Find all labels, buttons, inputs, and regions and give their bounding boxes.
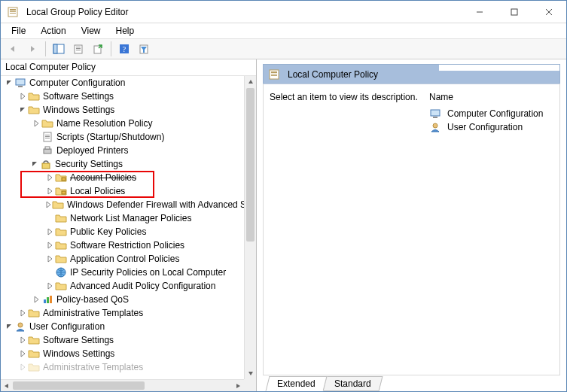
menu-help[interactable]: Help bbox=[110, 24, 141, 38]
scroll-right-icon[interactable] bbox=[232, 380, 244, 391]
tree-node-user-admin[interactable]: Administrative Templates bbox=[16, 360, 244, 374]
scroll-thumb[interactable] bbox=[246, 88, 255, 242]
app-window: Local Group Policy Editor File Action Vi… bbox=[0, 0, 567, 392]
tree-node-user-windows[interactable]: Windows Settings bbox=[16, 347, 244, 360]
expander-closed-icon[interactable] bbox=[44, 226, 55, 237]
expander-open-icon[interactable] bbox=[4, 77, 14, 88]
tree-node-account-policies[interactable]: Account Policies bbox=[43, 171, 244, 184]
expander-closed-icon[interactable] bbox=[17, 348, 28, 359]
console-tree[interactable]: Computer Configuration Software Settings bbox=[1, 76, 244, 379]
svg-rect-1 bbox=[10, 9, 16, 11]
tree-label: Public Key Policies bbox=[70, 226, 146, 237]
policy-icon bbox=[268, 68, 280, 81]
tree-label: Administrative Templates bbox=[43, 362, 143, 372]
tab-extended[interactable]: Extended bbox=[266, 376, 328, 391]
horizontal-scrollbar[interactable] bbox=[1, 379, 244, 391]
menu-view[interactable]: View bbox=[75, 24, 107, 38]
spacer bbox=[44, 213, 55, 223]
tree-node-qos[interactable]: Policy-based QoS bbox=[29, 293, 244, 306]
tree-node-acp[interactable]: Application Control Policies bbox=[43, 252, 244, 266]
scroll-left-icon[interactable] bbox=[1, 380, 13, 391]
tree-node-windows-settings[interactable]: Windows Settings bbox=[16, 103, 244, 117]
expander-open-icon[interactable] bbox=[17, 105, 28, 115]
tree-node-local-policies[interactable]: Local Policies bbox=[43, 184, 244, 198]
scroll-corner bbox=[244, 379, 256, 391]
tree-node-network-list[interactable]: Network List Manager Policies bbox=[43, 211, 244, 225]
expander-open-icon[interactable] bbox=[29, 159, 40, 169]
folder-lock-icon bbox=[55, 172, 67, 184]
column-header-name[interactable]: Name bbox=[429, 92, 553, 102]
expander-closed-icon[interactable] bbox=[31, 294, 41, 305]
expander-closed-icon[interactable] bbox=[17, 362, 28, 372]
back-button[interactable] bbox=[4, 41, 22, 57]
tree-label: Security Settings bbox=[55, 159, 123, 169]
tree-node-computer-configuration[interactable]: Computer Configuration bbox=[2, 76, 244, 90]
tree-node-ipsec[interactable]: IP Security Policies on Local Computer bbox=[43, 266, 244, 279]
tree-node-audit[interactable]: Advanced Audit Policy Configuration bbox=[43, 279, 244, 293]
folder-icon bbox=[28, 90, 40, 102]
svg-rect-39 bbox=[433, 117, 437, 118]
tree-node-scripts[interactable]: Scripts (Startup/Shutdown) bbox=[29, 130, 244, 144]
forward-button[interactable] bbox=[23, 41, 41, 57]
list-item-user-configuration[interactable]: User Configuration bbox=[429, 120, 553, 134]
expander-closed-icon[interactable] bbox=[17, 335, 28, 345]
tree-node-software-settings[interactable]: Software Settings bbox=[16, 90, 244, 103]
maximize-button[interactable] bbox=[497, 1, 532, 23]
tree-label: Computer Configuration bbox=[29, 77, 125, 88]
tree-node-srp[interactable]: Software Restriction Policies bbox=[43, 239, 244, 252]
scroll-thumb[interactable] bbox=[13, 381, 145, 390]
list-item-computer-configuration[interactable]: Computer Configuration bbox=[429, 107, 553, 120]
help-button[interactable]: ? bbox=[115, 41, 133, 57]
spacer bbox=[31, 132, 41, 142]
titlebar: Local Group Policy Editor bbox=[1, 1, 566, 23]
menu-action[interactable]: Action bbox=[35, 24, 72, 38]
tree-node-user-configuration[interactable]: User Configuration bbox=[2, 320, 244, 333]
tree-label: Deployed Printers bbox=[56, 145, 128, 156]
tree-label: Account Policies bbox=[70, 172, 136, 183]
expander-closed-icon[interactable] bbox=[44, 172, 55, 183]
svg-rect-27 bbox=[62, 178, 66, 181]
tree-node-name-resolution-policy[interactable]: Name Resolution Policy bbox=[29, 117, 244, 130]
details-title: Local Computer Policy bbox=[288, 69, 378, 80]
expander-closed-icon[interactable] bbox=[17, 308, 28, 318]
expander-closed-icon[interactable] bbox=[44, 186, 55, 196]
tree-label: Name Resolution Policy bbox=[56, 118, 152, 129]
spacer bbox=[44, 267, 55, 278]
close-button[interactable] bbox=[532, 1, 566, 23]
folder-icon bbox=[55, 253, 67, 265]
expander-closed-icon[interactable] bbox=[44, 254, 55, 264]
expander-closed-icon[interactable] bbox=[44, 240, 55, 251]
spacer bbox=[31, 145, 41, 156]
user-icon bbox=[429, 121, 441, 133]
menu-file[interactable]: File bbox=[5, 24, 32, 38]
vertical-scrollbar[interactable] bbox=[244, 76, 256, 379]
expander-closed-icon[interactable] bbox=[31, 118, 41, 129]
expander-closed-icon[interactable] bbox=[44, 199, 52, 210]
svg-rect-24 bbox=[44, 149, 51, 153]
tree-node-user-software[interactable]: Software Settings bbox=[16, 333, 244, 347]
svg-rect-3 bbox=[10, 13, 16, 14]
tree-node-firewall[interactable]: Windows Defender Firewall with Advanced … bbox=[43, 198, 244, 211]
folder-icon bbox=[55, 212, 67, 224]
tab-standard[interactable]: Standard bbox=[322, 376, 383, 391]
filter-button[interactable] bbox=[135, 41, 153, 57]
folder-icon bbox=[28, 334, 40, 346]
tree-node-deployed-printers[interactable]: Deployed Printers bbox=[29, 144, 244, 157]
tree-node-admin-templates[interactable]: Administrative Templates bbox=[16, 306, 244, 320]
minimize-button[interactable] bbox=[462, 1, 497, 23]
svg-rect-23 bbox=[45, 138, 50, 138]
properties-button[interactable] bbox=[69, 41, 87, 57]
scroll-down-icon[interactable] bbox=[245, 367, 256, 379]
tree-node-security-settings[interactable]: Security Settings bbox=[16, 157, 244, 171]
expander-closed-icon[interactable] bbox=[44, 281, 55, 291]
expander-closed-icon[interactable] bbox=[17, 91, 28, 102]
export-list-button[interactable] bbox=[89, 41, 107, 57]
tree-label: Windows Defender Firewall with Advanced … bbox=[67, 199, 244, 210]
scroll-up-icon[interactable] bbox=[245, 76, 256, 88]
tree-node-public-key[interactable]: Public Key Policies bbox=[43, 225, 244, 239]
show-hide-tree-button[interactable] bbox=[50, 41, 68, 57]
expander-open-icon[interactable] bbox=[4, 321, 14, 332]
svg-rect-38 bbox=[431, 110, 440, 116]
tree-label: Network List Manager Policies bbox=[70, 213, 191, 223]
folder-icon bbox=[52, 199, 64, 211]
